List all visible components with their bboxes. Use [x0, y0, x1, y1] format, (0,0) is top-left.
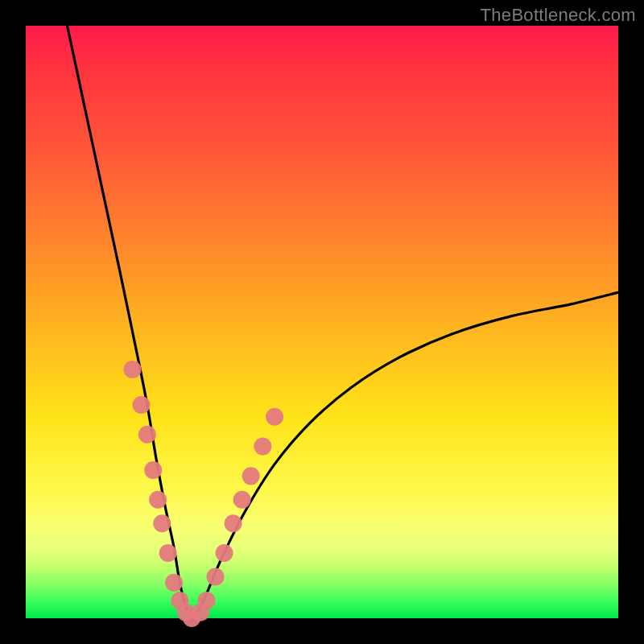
curve-layer	[26, 26, 618, 618]
svg-point-17	[242, 467, 260, 485]
svg-point-4	[149, 491, 167, 509]
watermark-text: TheBottleneck.com	[481, 5, 636, 26]
svg-point-18	[254, 438, 271, 456]
svg-point-12	[197, 592, 215, 609]
svg-point-0	[123, 361, 141, 378]
svg-point-5	[153, 514, 171, 532]
svg-point-1	[133, 396, 151, 414]
chart-frame: TheBottleneck.com	[0, 0, 644, 644]
bottleneck-curve	[68, 26, 618, 618]
data-markers	[123, 361, 283, 627]
svg-point-3	[144, 461, 162, 479]
svg-point-14	[216, 544, 233, 562]
svg-point-7	[165, 574, 183, 592]
svg-point-16	[233, 491, 251, 509]
svg-point-6	[159, 544, 177, 562]
svg-point-2	[138, 426, 156, 444]
svg-point-19	[266, 408, 283, 426]
svg-point-13	[207, 568, 225, 585]
svg-point-15	[225, 514, 242, 532]
plot-area	[26, 26, 618, 618]
